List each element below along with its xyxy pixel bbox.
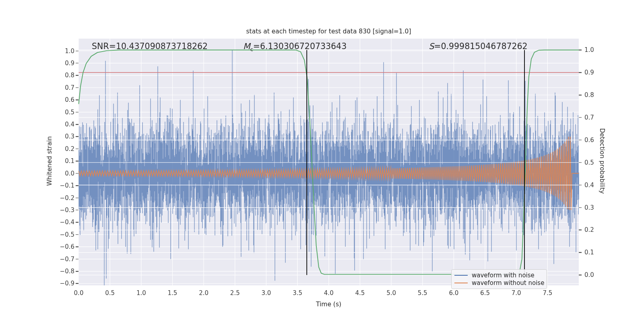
y-tick-mark-left (76, 63, 78, 64)
y-tick-label-left: 0.0 (54, 170, 74, 177)
y-tick-label-left: −0.4 (54, 219, 74, 226)
y-tick-label-right: 0.7 (584, 114, 601, 121)
y-tick-label-left: 0.2 (54, 145, 74, 153)
y-tick-mark-right (579, 252, 582, 253)
y-tick-label-left: −0.3 (54, 206, 74, 214)
y-tick-mark-right (579, 230, 582, 231)
x-tick-label: 3.0 (262, 289, 271, 297)
x-tick-label: 1.5 (168, 289, 178, 297)
y-tick-mark-left (76, 185, 78, 186)
y-tick-label-left: 1.0 (54, 47, 74, 55)
legend-entry-with-noise: waveform with noise (454, 272, 543, 279)
y-tick-label-left: 0.6 (54, 96, 74, 103)
y-tick-mark-left (76, 124, 78, 125)
x-tick-label: 7.0 (512, 289, 521, 297)
y-tick-label-left: 0.4 (54, 121, 74, 128)
y-tick-mark-left (76, 210, 78, 211)
y-tick-mark-left (76, 87, 78, 88)
y-tick-label-left: −0.5 (54, 231, 74, 238)
snr-annotation: SNR=10.437090873718262 (92, 41, 208, 51)
y-tick-mark-left (76, 198, 78, 198)
legend-line-orange (454, 283, 468, 283)
y-tick-mark-left (76, 112, 78, 113)
y-tick-label-right: 0.1 (584, 249, 601, 256)
y-tick-mark-left (76, 271, 78, 272)
x-tick-label: 2.5 (230, 289, 240, 297)
y-tick-mark-right (579, 162, 582, 163)
y-tick-label-right: 0.4 (584, 182, 601, 189)
y-tick-label-left: −0.6 (54, 243, 74, 250)
legend-line-blue (454, 275, 468, 276)
y-tick-label-left: −0.1 (54, 182, 74, 189)
x-tick-label: 2.0 (199, 289, 208, 297)
x-tick-label: 5.0 (386, 289, 396, 297)
y-tick-label-right: 0.3 (584, 204, 601, 211)
y-tick-mark-left (76, 149, 78, 149)
y-tick-mark-left (76, 283, 78, 284)
y-tick-label-left: −0.7 (54, 256, 74, 263)
y-tick-mark-left (76, 99, 78, 100)
y-tick-mark-left (76, 51, 78, 52)
x-tick-label: 6.5 (480, 289, 490, 297)
y-tick-mark-left (76, 136, 78, 137)
y-tick-label-right: 0.9 (584, 69, 601, 76)
x-axis-label: Time (s) (78, 301, 579, 308)
y-tick-mark-right (579, 275, 582, 276)
x-tick-label: 3.5 (293, 289, 302, 297)
y-tick-label-right: 0.2 (584, 226, 601, 233)
x-tick-label: 5.5 (418, 289, 427, 297)
y-tick-mark-left (76, 259, 78, 260)
y-tick-mark-right (579, 72, 582, 73)
y-tick-label-right: 1.0 (584, 46, 601, 54)
y-tick-label-left: 0.9 (54, 60, 74, 67)
y-tick-mark-left (76, 75, 78, 76)
chart-figure: stats at each timestep for test data 830… (0, 0, 644, 322)
y-tick-label-left: −0.2 (54, 194, 74, 202)
y-tick-label-right: 0.5 (584, 159, 601, 166)
chart-title: stats at each timestep for test data 830… (78, 28, 579, 35)
y-tick-label-left: 0.7 (54, 84, 74, 91)
x-tick-label: 4.5 (355, 289, 365, 297)
x-tick-label: 7.5 (543, 289, 552, 297)
y-tick-label-left: −0.8 (54, 268, 74, 275)
chirp-mass-annotation: Mc=6.130306720733643 (243, 41, 347, 52)
signal-score-annotation: S=0.999815046787262 (429, 41, 527, 51)
y-tick-mark-right (579, 117, 582, 118)
y-tick-label-left: 0.3 (54, 133, 74, 140)
y-tick-label-left: 0.1 (54, 157, 74, 165)
legend-label: waveform without noise (472, 279, 544, 287)
y-tick-label-left: 0.8 (54, 72, 74, 79)
y-tick-label-right: 0.8 (584, 91, 601, 99)
x-tick-label: 6.0 (449, 289, 458, 297)
y-tick-mark-right (579, 185, 582, 186)
y-tick-mark-left (76, 246, 78, 247)
legend-entry-without-noise: waveform without noise (454, 279, 543, 287)
left-axis-label: Whitened strain (46, 136, 53, 186)
y-tick-mark-right (579, 140, 582, 140)
y-tick-label-left: 0.5 (54, 109, 74, 116)
y-tick-mark-right (579, 50, 582, 50)
y-tick-mark-left (76, 173, 78, 174)
legend-box: waveform with noise waveform without noi… (451, 269, 547, 289)
y-tick-mark-left (76, 222, 78, 223)
y-tick-label-right: 0.0 (584, 271, 601, 279)
x-tick-label: 0.5 (105, 289, 115, 297)
y-tick-mark-right (579, 95, 582, 95)
y-tick-mark-right (579, 207, 582, 208)
x-tick-label: 0.0 (74, 289, 84, 297)
y-tick-mark-left (76, 234, 78, 235)
y-tick-mark-left (76, 161, 78, 162)
y-tick-label-left: −0.9 (54, 280, 74, 287)
legend-label: waveform with noise (472, 272, 535, 279)
y-tick-label-right: 0.6 (584, 136, 601, 144)
x-tick-label: 4.0 (324, 289, 334, 297)
x-tick-label: 1.0 (136, 289, 146, 297)
